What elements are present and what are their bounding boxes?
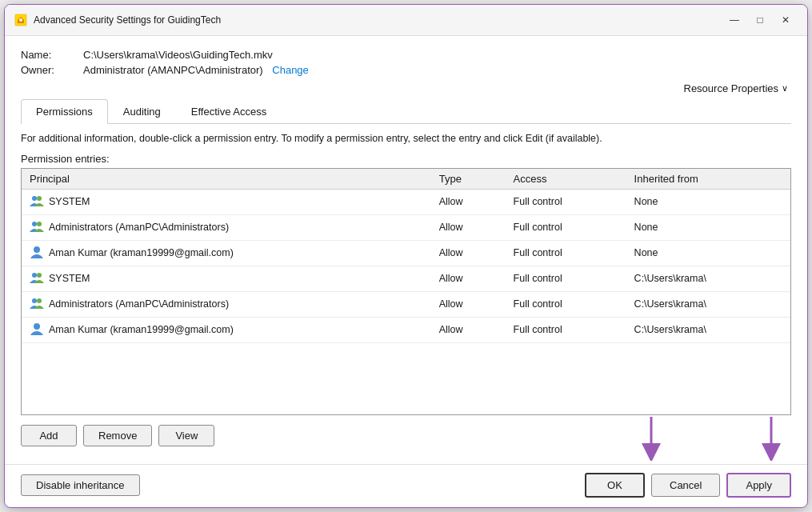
action-buttons: Add Remove View (21, 425, 791, 446)
owner-value: Administrator (AMANPC\Administrator) Cha… (83, 64, 791, 76)
cell-principal: Aman Kumar (kraman19999@gmail.com) (22, 317, 431, 342)
change-owner-link[interactable]: Change (272, 64, 309, 76)
cell-type: Allow (431, 266, 506, 291)
cell-inherited: C:\Users\krama\ (626, 266, 790, 291)
view-button[interactable]: View (158, 425, 214, 446)
principal-name: SYSTEM (49, 196, 90, 207)
cell-type: Allow (431, 317, 506, 342)
maximize-button[interactable]: □ (748, 11, 772, 29)
resource-properties-arrow: ∨ (782, 83, 788, 94)
cell-access: Full control (506, 189, 626, 214)
col-access: Access (506, 169, 626, 190)
principal-name: Administrators (AmanPC\Administrators) (49, 222, 229, 233)
window-title: Advanced Security Settings for GuidingTe… (34, 14, 722, 26)
principal-icon (30, 322, 44, 338)
main-window: Advanced Security Settings for GuidingTe… (4, 4, 808, 508)
table-row[interactable]: SYSTEM Allow Full control None (22, 189, 790, 214)
table-row[interactable]: Aman Kumar (kraman19999@gmail.com) Allow… (22, 240, 790, 266)
table-row[interactable]: Administrators (AmanPC\Administrators) A… (22, 291, 790, 317)
table-row[interactable]: Aman Kumar (kraman19999@gmail.com) Allow… (22, 317, 790, 342)
svg-point-2 (32, 196, 37, 201)
cell-access: Full control (506, 317, 626, 342)
principal-icon (30, 194, 44, 210)
cell-inherited: C:\Users\krama\ (626, 317, 790, 342)
cell-principal: Aman Kumar (kraman19999@gmail.com) (22, 240, 431, 266)
remove-button[interactable]: Remove (83, 425, 152, 446)
cell-inherited: None (626, 189, 790, 214)
principal-icon (30, 296, 44, 313)
apply-arrow-annotation (755, 417, 787, 463)
principal-name: Aman Kumar (kraman19999@gmail.com) (49, 324, 234, 335)
svg-point-9 (32, 298, 37, 303)
table-row[interactable]: SYSTEM Allow Full control C:\Users\krama… (22, 266, 790, 291)
cell-type: Allow (431, 291, 506, 317)
tab-bar: Permissions Auditing Effective Access (21, 99, 791, 124)
svg-point-10 (37, 298, 42, 303)
footer-right: OK Cancel Apply (585, 473, 791, 498)
col-inherited: Inherited from (626, 169, 790, 190)
disable-inheritance-button[interactable]: Disable inheritance (21, 474, 140, 496)
tab-effective-access[interactable]: Effective Access (176, 99, 282, 124)
table-header-row: Principal Type Access Inherited from (22, 169, 790, 190)
name-label: Name: (21, 49, 77, 61)
table-row[interactable]: Administrators (AmanPC\Administrators) A… (22, 214, 790, 240)
principal-icon (30, 245, 44, 262)
cancel-button[interactable]: Cancel (651, 474, 720, 497)
svg-point-1 (19, 18, 22, 22)
cell-principal: SYSTEM (22, 266, 431, 291)
minimize-button[interactable]: — (722, 11, 746, 29)
cell-access: Full control (506, 266, 626, 291)
svg-point-6 (34, 246, 40, 253)
principal-name: SYSTEM (49, 273, 90, 284)
info-grid: Name: C:\Users\krama\Videos\GuidingTech.… (21, 49, 791, 76)
footer-left: Disable inheritance (21, 474, 140, 496)
titlebar-controls: — □ ✕ (722, 11, 798, 29)
svg-point-4 (32, 222, 37, 226)
cell-type: Allow (431, 189, 506, 214)
svg-point-7 (32, 273, 37, 278)
svg-point-3 (37, 196, 42, 201)
tab-permissions[interactable]: Permissions (21, 99, 108, 124)
svg-point-8 (37, 273, 42, 278)
close-button[interactable]: ✕ (774, 11, 798, 29)
principal-name: Administrators (AmanPC\Administrators) (49, 298, 229, 310)
permission-table-container: Principal Type Access Inherited from SYS… (21, 168, 791, 416)
cell-type: Allow (431, 240, 506, 266)
name-value: C:\Users\krama\Videos\GuidingTech.mkv (83, 49, 791, 61)
cell-inherited: None (626, 240, 790, 266)
col-type: Type (431, 169, 506, 190)
principal-icon (30, 270, 44, 287)
resource-properties-label: Resource Properties (684, 82, 779, 94)
resource-properties[interactable]: Resource Properties ∨ (21, 82, 791, 94)
cell-principal: Administrators (AmanPC\Administrators) (22, 291, 431, 317)
svg-point-5 (37, 222, 42, 226)
principal-name: Aman Kumar (kraman19999@gmail.com) (49, 247, 234, 258)
footer: Disable inheritance OK Cancel Apply (5, 464, 807, 507)
cell-access: Full control (506, 214, 626, 240)
cell-principal: SYSTEM (22, 189, 431, 214)
permission-table: Principal Type Access Inherited from SYS… (22, 169, 790, 343)
cell-access: Full control (506, 240, 626, 266)
apply-button[interactable]: Apply (726, 473, 791, 498)
ok-button[interactable]: OK (585, 473, 645, 498)
titlebar: Advanced Security Settings for GuidingTe… (5, 5, 807, 36)
permission-entries-label: Permission entries: (21, 153, 791, 165)
window-icon (14, 14, 27, 26)
principal-icon (30, 219, 44, 236)
col-principal: Principal (22, 169, 431, 190)
ok-arrow-annotation (635, 417, 667, 463)
cell-principal: Administrators (AmanPC\Administrators) (22, 214, 431, 240)
add-button[interactable]: Add (21, 425, 77, 446)
svg-point-11 (34, 323, 40, 330)
owner-label: Owner: (21, 64, 77, 76)
cell-access: Full control (506, 291, 626, 317)
info-text: For additional information, double-click… (21, 132, 791, 146)
tab-auditing[interactable]: Auditing (108, 99, 176, 124)
cell-inherited: C:\Users\krama\ (626, 291, 790, 317)
content-area: Name: C:\Users\krama\Videos\GuidingTech.… (5, 36, 807, 464)
cell-inherited: None (626, 214, 790, 240)
cell-type: Allow (431, 214, 506, 240)
